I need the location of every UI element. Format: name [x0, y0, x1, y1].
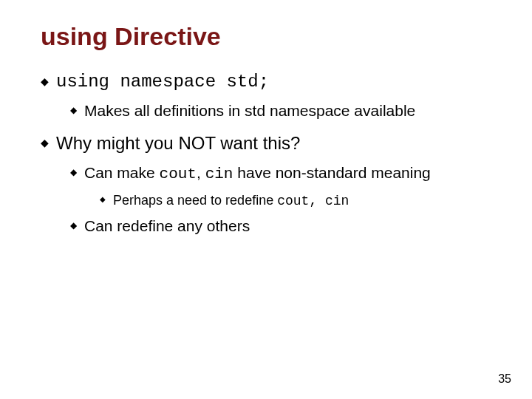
bullet-level3: ◆ Perhaps a need to redefine cout, cin [100, 193, 491, 208]
text-fragment: have non-standard meaning [233, 164, 430, 181]
bullet-text: Perhaps a need to redefine cout, cin [113, 193, 349, 208]
diamond-bullet-icon: ◆ [70, 168, 77, 177]
diamond-bullet-icon: ◆ [41, 137, 49, 148]
slide: using Directive ◆ using namespace std; ◆… [0, 0, 532, 399]
bullet-level2: ◆ Makes all definitions in std namespace… [70, 102, 491, 120]
bullet-level2: ◆ Can redefine any others [70, 217, 491, 235]
text-fragment: Perhaps a need to redefine [113, 193, 277, 208]
bullet-level1: ◆ Why might you NOT want this? [41, 133, 491, 154]
code-fragment: cout [160, 166, 197, 183]
bullet-text: Can make cout, cin have non-standard mea… [84, 164, 431, 183]
text-fragment: Can make [84, 164, 160, 181]
code-fragment: cin [205, 166, 233, 183]
diamond-bullet-icon: ◆ [70, 106, 77, 115]
diamond-bullet-icon: ◆ [100, 196, 106, 203]
code-fragment: cout, cin [277, 194, 349, 208]
bullet-level1: ◆ using namespace std; [41, 72, 491, 92]
bullet-level2: ◆ Can make cout, cin have non-standard m… [70, 164, 491, 183]
diamond-bullet-icon: ◆ [70, 221, 77, 230]
slide-title: using Directive [41, 22, 491, 51]
bullet-text: Why might you NOT want this? [56, 133, 300, 154]
page-number: 35 [498, 372, 511, 386]
bullet-text: using namespace std; [56, 72, 269, 92]
bullet-text: Can redefine any others [84, 217, 250, 235]
text-fragment: , [197, 164, 205, 181]
bullet-text: Makes all definitions in std namespace a… [84, 102, 415, 120]
diamond-bullet-icon: ◆ [41, 76, 49, 86]
